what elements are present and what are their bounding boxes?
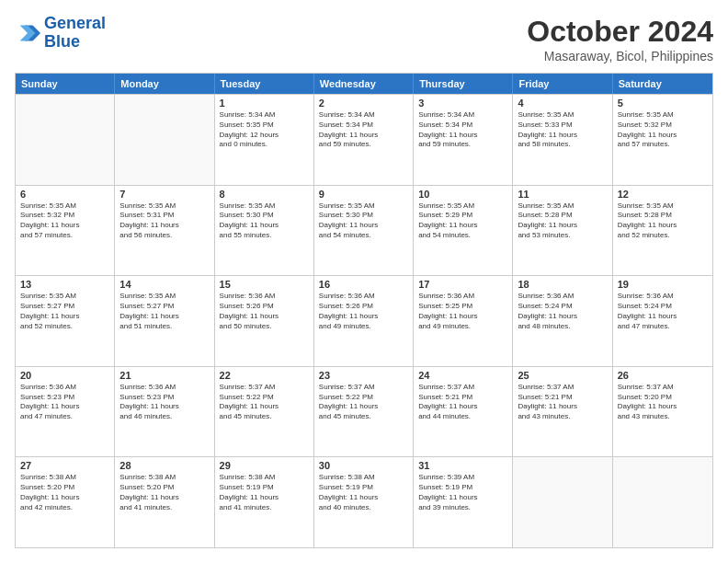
cal-cell: 17Sunrise: 5:36 AM Sunset: 5:25 PM Dayli… — [414, 276, 513, 366]
cal-cell: 22Sunrise: 5:37 AM Sunset: 5:22 PM Dayli… — [215, 367, 314, 457]
day-number: 19 — [618, 279, 708, 290]
header-day-sunday: Sunday — [16, 74, 115, 94]
cal-cell: 31Sunrise: 5:39 AM Sunset: 5:19 PM Dayli… — [414, 457, 513, 547]
cal-cell: 14Sunrise: 5:35 AM Sunset: 5:27 PM Dayli… — [115, 276, 214, 366]
cell-info: Sunrise: 5:38 AM Sunset: 5:20 PM Dayligh… — [20, 473, 109, 512]
cal-cell: 8Sunrise: 5:35 AM Sunset: 5:30 PM Daylig… — [215, 186, 314, 276]
cell-info: Sunrise: 5:39 AM Sunset: 5:19 PM Dayligh… — [418, 473, 507, 512]
cal-cell: 9Sunrise: 5:35 AM Sunset: 5:30 PM Daylig… — [314, 186, 414, 276]
day-number: 9 — [319, 189, 408, 200]
subtitle: Masaraway, Bicol, Philippines — [527, 49, 713, 63]
cell-info: Sunrise: 5:37 AM Sunset: 5:22 PM Dayligh… — [220, 383, 309, 422]
day-number: 17 — [418, 279, 507, 290]
calendar-body: 1Sunrise: 5:34 AM Sunset: 5:35 PM Daylig… — [16, 94, 712, 547]
header-day-wednesday: Wednesday — [314, 74, 414, 94]
day-number: 26 — [618, 370, 708, 381]
day-number: 11 — [518, 189, 607, 200]
day-number: 22 — [220, 370, 309, 381]
logo-line2: Blue — [44, 32, 80, 51]
day-number: 1 — [220, 98, 309, 109]
cal-cell: 25Sunrise: 5:37 AM Sunset: 5:21 PM Dayli… — [513, 367, 612, 457]
cell-info: Sunrise: 5:37 AM Sunset: 5:22 PM Dayligh… — [319, 383, 408, 422]
cell-info: Sunrise: 5:35 AM Sunset: 5:29 PM Dayligh… — [418, 201, 507, 241]
header-day-saturday: Saturday — [613, 74, 712, 94]
cell-info: Sunrise: 5:35 AM Sunset: 5:27 PM Dayligh… — [119, 292, 209, 331]
header-day-thursday: Thursday — [414, 74, 513, 94]
day-number: 21 — [119, 370, 209, 381]
cal-cell: 28Sunrise: 5:38 AM Sunset: 5:20 PM Dayli… — [115, 457, 214, 547]
day-number: 25 — [518, 370, 607, 381]
cell-info: Sunrise: 5:38 AM Sunset: 5:20 PM Dayligh… — [119, 473, 209, 512]
cell-info: Sunrise: 5:37 AM Sunset: 5:21 PM Dayligh… — [518, 383, 607, 422]
header: General Blue October 2024 Masaraway, Bic… — [15, 15, 713, 63]
day-number: 12 — [618, 189, 708, 200]
cal-cell: 29Sunrise: 5:38 AM Sunset: 5:19 PM Dayli… — [215, 457, 314, 547]
cal-cell: 6Sunrise: 5:35 AM Sunset: 5:32 PM Daylig… — [16, 186, 115, 276]
cell-info: Sunrise: 5:36 AM Sunset: 5:24 PM Dayligh… — [518, 292, 607, 331]
logo: General Blue — [15, 15, 106, 52]
cell-info: Sunrise: 5:36 AM Sunset: 5:25 PM Dayligh… — [418, 292, 507, 331]
cell-info: Sunrise: 5:38 AM Sunset: 5:19 PM Dayligh… — [220, 473, 309, 512]
cell-info: Sunrise: 5:35 AM Sunset: 5:30 PM Dayligh… — [319, 201, 408, 241]
cell-info: Sunrise: 5:36 AM Sunset: 5:24 PM Dayligh… — [618, 292, 708, 331]
calendar-header: SundayMondayTuesdayWednesdayThursdayFrid… — [16, 74, 712, 94]
cal-cell: 15Sunrise: 5:36 AM Sunset: 5:26 PM Dayli… — [215, 276, 314, 366]
cell-info: Sunrise: 5:35 AM Sunset: 5:27 PM Dayligh… — [20, 292, 109, 331]
day-number: 23 — [319, 370, 408, 381]
cal-cell: 11Sunrise: 5:35 AM Sunset: 5:28 PM Dayli… — [513, 186, 612, 276]
cal-cell: 20Sunrise: 5:36 AM Sunset: 5:23 PM Dayli… — [16, 367, 115, 457]
week-1: 1Sunrise: 5:34 AM Sunset: 5:35 PM Daylig… — [16, 94, 712, 185]
day-number: 10 — [418, 189, 507, 200]
cal-cell — [115, 95, 214, 185]
week-5: 27Sunrise: 5:38 AM Sunset: 5:20 PM Dayli… — [16, 456, 712, 547]
cal-cell: 3Sunrise: 5:34 AM Sunset: 5:34 PM Daylig… — [414, 95, 513, 185]
day-number: 28 — [119, 460, 209, 471]
cal-cell: 19Sunrise: 5:36 AM Sunset: 5:24 PM Dayli… — [613, 276, 712, 366]
day-number: 13 — [20, 279, 109, 290]
day-number: 16 — [319, 279, 408, 290]
cal-cell: 13Sunrise: 5:35 AM Sunset: 5:27 PM Dayli… — [16, 276, 115, 366]
cell-info: Sunrise: 5:35 AM Sunset: 5:33 PM Dayligh… — [518, 110, 607, 150]
cell-info: Sunrise: 5:34 AM Sunset: 5:34 PM Dayligh… — [319, 110, 408, 150]
cal-cell: 10Sunrise: 5:35 AM Sunset: 5:29 PM Dayli… — [414, 186, 513, 276]
cal-cell: 18Sunrise: 5:36 AM Sunset: 5:24 PM Dayli… — [513, 276, 612, 366]
cal-cell: 26Sunrise: 5:37 AM Sunset: 5:20 PM Dayli… — [613, 367, 712, 457]
cal-cell: 7Sunrise: 5:35 AM Sunset: 5:31 PM Daylig… — [115, 186, 214, 276]
cal-cell: 21Sunrise: 5:36 AM Sunset: 5:23 PM Dayli… — [115, 367, 214, 457]
cell-info: Sunrise: 5:35 AM Sunset: 5:28 PM Dayligh… — [618, 201, 708, 241]
cal-cell: 24Sunrise: 5:37 AM Sunset: 5:21 PM Dayli… — [414, 367, 513, 457]
cal-cell: 2Sunrise: 5:34 AM Sunset: 5:34 PM Daylig… — [314, 95, 414, 185]
cell-info: Sunrise: 5:36 AM Sunset: 5:23 PM Dayligh… — [119, 383, 209, 422]
week-2: 6Sunrise: 5:35 AM Sunset: 5:32 PM Daylig… — [16, 185, 712, 276]
logo-text: General Blue — [44, 15, 106, 52]
day-number: 3 — [418, 98, 507, 109]
cell-info: Sunrise: 5:38 AM Sunset: 5:19 PM Dayligh… — [319, 473, 408, 512]
day-number: 31 — [418, 460, 507, 471]
cal-cell: 16Sunrise: 5:36 AM Sunset: 5:26 PM Dayli… — [314, 276, 414, 366]
week-4: 20Sunrise: 5:36 AM Sunset: 5:23 PM Dayli… — [16, 366, 712, 457]
day-number: 7 — [119, 189, 209, 200]
day-number: 20 — [20, 370, 109, 381]
cell-info: Sunrise: 5:37 AM Sunset: 5:21 PM Dayligh… — [418, 383, 507, 422]
page: General Blue October 2024 Masaraway, Bic… — [0, 0, 728, 563]
day-number: 15 — [220, 279, 309, 290]
day-number: 6 — [20, 189, 109, 200]
cal-cell: 5Sunrise: 5:35 AM Sunset: 5:32 PM Daylig… — [613, 95, 712, 185]
cell-info: Sunrise: 5:34 AM Sunset: 5:34 PM Dayligh… — [418, 110, 507, 150]
cell-info: Sunrise: 5:36 AM Sunset: 5:26 PM Dayligh… — [220, 292, 309, 331]
cal-cell: 4Sunrise: 5:35 AM Sunset: 5:33 PM Daylig… — [513, 95, 612, 185]
month-title: October 2024 — [527, 15, 713, 49]
cell-info: Sunrise: 5:37 AM Sunset: 5:20 PM Dayligh… — [618, 383, 708, 422]
calendar: SundayMondayTuesdayWednesdayThursdayFrid… — [15, 73, 713, 548]
cell-info: Sunrise: 5:35 AM Sunset: 5:28 PM Dayligh… — [518, 201, 607, 241]
logo-line1: General — [44, 14, 106, 32]
cal-cell: 12Sunrise: 5:35 AM Sunset: 5:28 PM Dayli… — [613, 186, 712, 276]
day-number: 29 — [220, 460, 309, 471]
cell-info: Sunrise: 5:35 AM Sunset: 5:32 PM Dayligh… — [618, 110, 708, 150]
cal-cell — [613, 457, 712, 547]
day-number: 30 — [319, 460, 408, 471]
day-number: 5 — [618, 98, 708, 109]
day-number: 14 — [119, 279, 209, 290]
cal-cell: 23Sunrise: 5:37 AM Sunset: 5:22 PM Dayli… — [314, 367, 414, 457]
logo-icon — [15, 20, 40, 46]
